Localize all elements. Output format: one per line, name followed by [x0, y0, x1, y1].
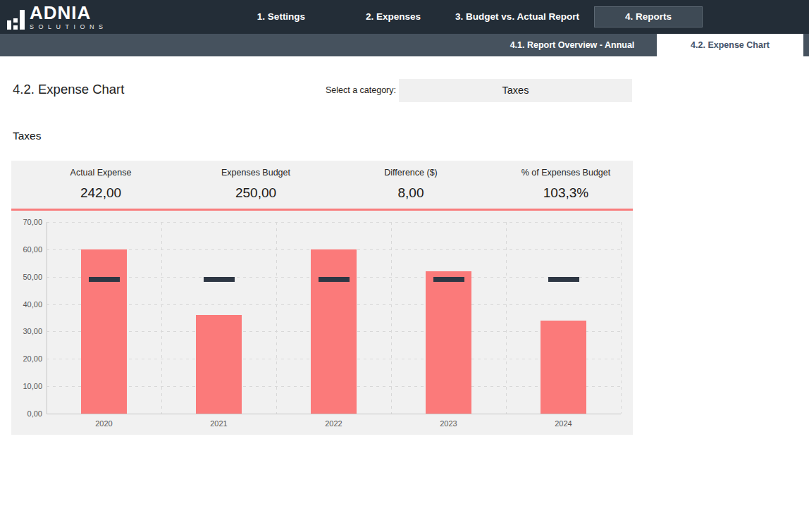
expense-bar-chart: 0,0010,0020,0030,0040,0050,0060,0070,002…	[11, 210, 633, 435]
y-axis-tick-label: 0,00	[13, 409, 42, 418]
x-axis-category-label: 2020	[47, 419, 161, 428]
stat-actual-expense: Actual Expense 242,00	[23, 161, 178, 201]
category-dropdown[interactable]: Taxes	[399, 79, 632, 102]
v-gridline	[161, 222, 162, 414]
actual-expense-bar	[196, 315, 242, 414]
v-gridline	[276, 222, 277, 414]
tab-report-overview-annual[interactable]: 4.1. Report Overview - Annual	[488, 34, 657, 56]
tab-expense-chart-active[interactable]: 4.2. Expense Chart	[657, 34, 803, 56]
budget-dash-marker	[89, 277, 120, 282]
x-axis-line	[47, 414, 621, 414]
y-axis-tick-label: 70,00	[13, 218, 42, 226]
nav-item-settings[interactable]: 1. Settings	[240, 0, 323, 34]
nav-item-reports-active[interactable]: 4. Reports	[594, 6, 703, 27]
budget-dash-marker	[204, 277, 235, 282]
x-axis-category-label: 2024	[506, 419, 621, 428]
v-gridline	[506, 222, 507, 414]
x-axis-category-label: 2023	[391, 419, 506, 428]
nav-item-expenses[interactable]: 2. Expenses	[352, 0, 435, 34]
budget-dash-marker	[433, 277, 464, 282]
sub-tab-bar: 4.1. Report Overview - Annual 4.2. Expen…	[0, 34, 809, 56]
brand-name: ADNIA	[30, 4, 108, 22]
stat-difference: Difference ($) 8,00	[333, 161, 488, 201]
top-nav-bar: ADNIA SOLUTIONS 1. Settings 2. Expenses …	[0, 0, 809, 34]
brand-logo: ADNIA SOLUTIONS	[7, 4, 108, 30]
stat-percent-of-budget: % of Expenses Budget 103,3%	[488, 161, 643, 201]
y-axis-tick-label: 10,00	[13, 382, 42, 390]
category-select-label: Select a category:	[261, 85, 396, 95]
brand-tagline: SOLUTIONS	[30, 24, 108, 30]
y-axis-tick-label: 30,00	[13, 327, 42, 335]
budget-dash-marker	[319, 277, 350, 282]
x-axis-category-label: 2022	[276, 419, 391, 428]
v-gridline	[621, 222, 622, 414]
x-axis-category-label: 2021	[161, 419, 276, 428]
actual-expense-bar	[541, 321, 586, 414]
actual-expense-bar	[311, 249, 357, 414]
selected-category-heading: Taxes	[13, 130, 42, 142]
report-panel: Actual Expense 242,00 Expenses Budget 25…	[11, 161, 633, 435]
h-gridline	[47, 222, 621, 223]
y-axis-tick-label: 40,00	[13, 300, 42, 309]
v-gridline	[391, 222, 392, 414]
y-axis-tick-label: 60,00	[13, 245, 42, 254]
bar-chart-logo-icon	[7, 11, 25, 30]
page-title: 4.2. Expense Chart	[13, 82, 124, 97]
y-axis-tick-label: 50,00	[13, 273, 42, 281]
actual-expense-bar	[426, 271, 471, 414]
stat-expenses-budget: Expenses Budget 250,00	[178, 161, 333, 201]
y-axis-line	[47, 222, 47, 414]
actual-expense-bar	[81, 249, 127, 414]
budget-dash-marker	[548, 277, 579, 282]
y-axis-tick-label: 20,00	[13, 354, 42, 363]
nav-item-budget-vs-actual[interactable]: 3. Budget vs. Actual Report	[440, 0, 595, 34]
